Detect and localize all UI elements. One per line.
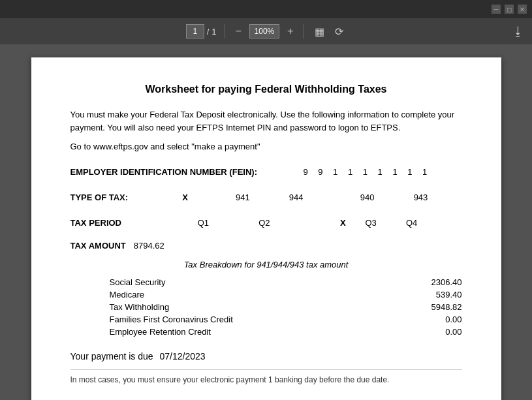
minimize-button[interactable]: ─ xyxy=(492,5,501,14)
list-item: Employee Retention Credit 0.00 xyxy=(110,326,462,338)
tax-period-q2: Q2 xyxy=(253,215,335,230)
pdf-intro: You must make your Federal Tax Deposit e… xyxy=(70,108,462,134)
pdf-toolbar: 1 / 1 − 100% + ▦ ⟳ ⭳ xyxy=(0,18,532,44)
payment-due-label: Your payment is due xyxy=(70,351,153,362)
fein-table: EMPLOYER IDENTIFICATION NUMBER (FEIN): 9… xyxy=(70,164,462,179)
tax-type-row: TYPE OF TAX: X 941 944 940 943 xyxy=(70,190,462,205)
tax-type-941: 941 xyxy=(230,190,284,205)
item-medicare-label: Medicare xyxy=(110,290,410,300)
page-separator: / xyxy=(207,27,210,37)
fein-row: EMPLOYER IDENTIFICATION NUMBER (FEIN): 9… xyxy=(70,164,462,179)
fit-icon: ▦ xyxy=(315,25,324,38)
tax-period-row: TAX PERIOD Q1 Q2 X Q3 Q4 xyxy=(70,215,462,230)
tax-period-table: TAX PERIOD Q1 Q2 X Q3 Q4 xyxy=(70,215,462,230)
tax-amount-value: 8794.62 xyxy=(134,241,164,251)
divider-2 xyxy=(304,24,304,38)
list-item: Families First Coronavirus Credit 0.00 xyxy=(110,313,462,326)
bottom-note: In most cases, you must ensure your elec… xyxy=(70,369,462,384)
fein-label: EMPLOYER IDENTIFICATION NUMBER (FEIN): xyxy=(70,164,298,179)
tax-period-label: TAX PERIOD xyxy=(70,215,193,230)
current-page: 1 xyxy=(193,27,197,36)
tax-type-table: TYPE OF TAX: X 941 944 940 943 xyxy=(70,190,462,205)
tax-amount-label: TAX AMOUNT xyxy=(70,241,126,251)
fit-page-button[interactable]: ▦ xyxy=(312,24,327,39)
total-pages: 1 xyxy=(211,27,216,37)
item-employee-retention-label: Employee Retention Credit xyxy=(110,327,410,337)
intro-line2: payment. You will also need your EFTPS I… xyxy=(70,123,401,132)
fein-value: 9 9 1 1 1 1 1 1 1 xyxy=(298,164,462,179)
tax-period-q1: Q1 xyxy=(193,215,254,230)
list-item: Social Security 2306.40 xyxy=(110,276,462,288)
item-social-security-label: Social Security xyxy=(110,277,410,287)
item-families-first-value: 0.00 xyxy=(410,315,462,324)
item-tax-withholding-label: Tax Withholding xyxy=(110,302,410,312)
breakdown-title: Tax Breakdown for 941/944/943 tax amount xyxy=(70,260,462,269)
tax-type-940: 940 xyxy=(355,190,409,205)
item-employee-retention-value: 0.00 xyxy=(410,327,462,337)
download-button[interactable]: ⭳ xyxy=(512,25,524,38)
payment-due: Your payment is due 07/12/2023 xyxy=(70,351,462,362)
tax-type-label: TYPE OF TAX: xyxy=(70,190,178,205)
tax-amount-row: TAX AMOUNT 8794.62 xyxy=(70,241,462,251)
close-button[interactable]: ✕ xyxy=(518,5,527,14)
divider-1 xyxy=(225,24,225,38)
zoom-out-button[interactable]: − xyxy=(233,24,244,38)
breakdown-list: Social Security 2306.40 Medicare 539.40 … xyxy=(110,276,462,338)
item-tax-withholding-value: 5948.82 xyxy=(410,302,462,312)
intro-line1: You must make your Federal Tax Deposit e… xyxy=(70,110,455,119)
payment-due-date: 07/12/2023 xyxy=(160,351,206,362)
tax-type-x-marker: X xyxy=(177,190,230,205)
list-item: Tax Withholding 5948.82 xyxy=(110,301,462,313)
download-icon: ⭳ xyxy=(512,25,524,38)
zoom-level: 100% xyxy=(249,24,279,38)
rotate-button[interactable]: ⟳ xyxy=(332,24,346,39)
tax-type-944: 944 xyxy=(284,190,355,205)
browser-bar: ─ ◻ ✕ xyxy=(0,0,532,18)
rotate-icon: ⟳ xyxy=(335,25,343,38)
tax-period-q3: Q3 xyxy=(360,215,401,230)
tax-period-q4: Q4 xyxy=(401,215,462,230)
page-info: 1 / 1 xyxy=(186,24,217,38)
zoom-in-button[interactable]: + xyxy=(285,24,296,38)
pdf-viewer: Worksheet for paying Federal Withholding… xyxy=(0,44,532,400)
item-medicare-value: 539.40 xyxy=(410,290,462,300)
pdf-title: Worksheet for paying Federal Withholding… xyxy=(70,84,462,95)
item-social-security-value: 2306.40 xyxy=(410,277,462,287)
current-page-box: 1 xyxy=(186,24,204,38)
pdf-goto: Go to www.eftps.gov and select "make a p… xyxy=(70,142,462,151)
maximize-button[interactable]: ◻ xyxy=(505,5,514,14)
pdf-page: Worksheet for paying Federal Withholding… xyxy=(31,57,501,400)
tax-type-943: 943 xyxy=(409,190,462,205)
item-families-first-label: Families First Coronavirus Credit xyxy=(110,315,410,324)
list-item: Medicare 539.40 xyxy=(110,288,462,301)
tax-period-x-marker: X xyxy=(335,215,360,230)
